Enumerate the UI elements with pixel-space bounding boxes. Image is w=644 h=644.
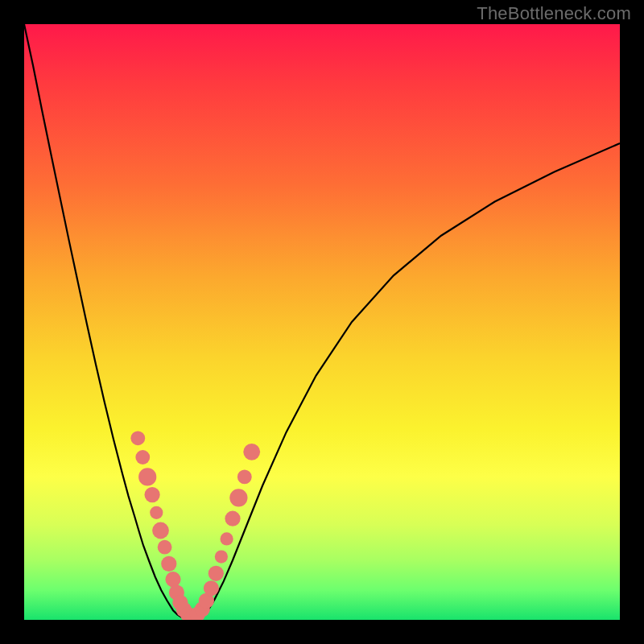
chart-plot-area <box>24 24 620 620</box>
curve-bead <box>138 468 156 485</box>
curve-bead <box>145 487 160 502</box>
curve-bead <box>225 511 240 526</box>
curve-bead <box>150 506 163 519</box>
curve-bead <box>229 489 247 506</box>
curve-beads <box>130 431 260 620</box>
curve-bead <box>152 522 169 539</box>
curve-bead <box>158 540 172 555</box>
chart-svg <box>24 24 620 620</box>
curve-bead <box>208 566 224 581</box>
curve-bead <box>165 572 180 587</box>
curve-bead <box>204 580 219 596</box>
curve-bead <box>237 470 252 485</box>
chart-frame: TheBottleneck.com <box>0 0 644 644</box>
curve-bead <box>221 532 233 545</box>
curve-bead <box>161 556 176 572</box>
curve-bead <box>130 431 145 445</box>
curve-bead <box>215 551 228 564</box>
watermark-label: TheBottleneck.com <box>477 3 631 24</box>
curve-bead <box>135 450 150 464</box>
bottleneck-curve <box>24 24 620 619</box>
curve-bead <box>243 444 260 460</box>
